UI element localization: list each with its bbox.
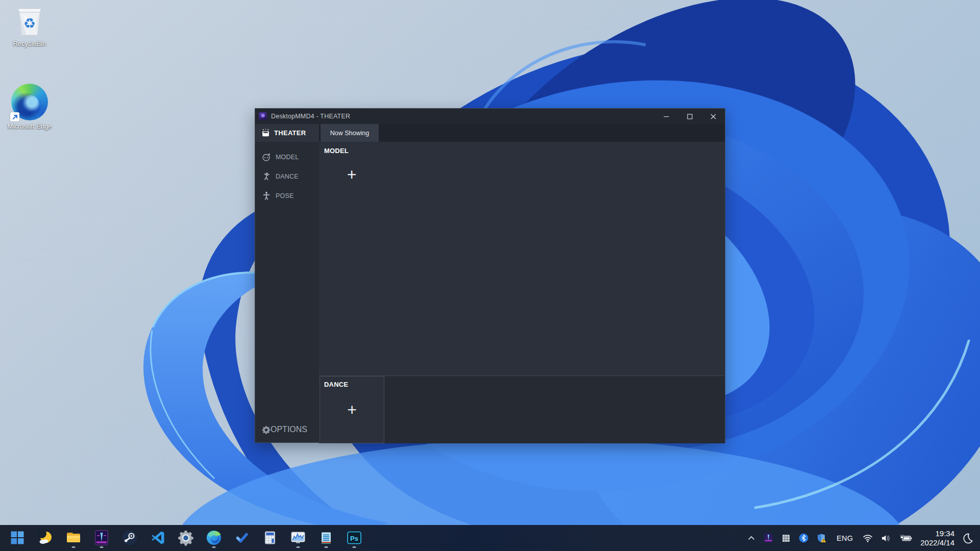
pose-icon bbox=[262, 191, 271, 201]
photoshop-button[interactable]: Ps bbox=[343, 527, 365, 549]
steam-button[interactable] bbox=[118, 527, 141, 549]
file-explorer-button[interactable] bbox=[62, 527, 85, 549]
taskbar-clock[interactable]: 19:34 2022/4/14 bbox=[919, 529, 955, 547]
add-dance-card[interactable]: + DANCE bbox=[320, 376, 384, 443]
dance-section-title: DANCE bbox=[324, 381, 348, 388]
edge-icon bbox=[11, 84, 48, 120]
clock-date: 2022/4/14 bbox=[920, 538, 954, 547]
maximize-icon bbox=[687, 114, 693, 119]
tray-security-shield-icon[interactable] bbox=[815, 532, 828, 545]
plus-icon: + bbox=[347, 166, 357, 183]
theater-icon bbox=[261, 129, 270, 137]
start-button[interactable] bbox=[6, 527, 29, 549]
speaker-icon bbox=[881, 534, 891, 543]
minimize-button[interactable] bbox=[654, 109, 678, 124]
app-icon bbox=[259, 112, 267, 120]
window-title: DesktopMMD4 - THEATER bbox=[271, 113, 350, 120]
tray-desktopmmd-icon[interactable] bbox=[762, 532, 775, 544]
bluetooth-icon bbox=[799, 533, 808, 543]
window-nav-row: THEATER Now Showing bbox=[255, 124, 725, 142]
calculator-button[interactable] bbox=[259, 527, 281, 549]
minimize-icon bbox=[664, 114, 669, 119]
running-indicator bbox=[325, 546, 328, 548]
photoshop-icon: Ps bbox=[346, 530, 362, 546]
vscode-icon bbox=[150, 530, 165, 545]
taskbar-apps: Ps bbox=[6, 527, 365, 549]
running-indicator bbox=[212, 546, 216, 548]
windows-start-icon bbox=[10, 530, 25, 545]
check-icon bbox=[234, 530, 250, 545]
battery-charging-icon bbox=[899, 534, 913, 543]
task-manager-button[interactable] bbox=[287, 527, 309, 549]
performance-graph-icon bbox=[290, 530, 306, 546]
nav-theater-label: THEATER bbox=[274, 129, 306, 137]
notepad-icon bbox=[318, 530, 334, 546]
grid-app-icon bbox=[781, 534, 791, 543]
todo-check-button[interactable] bbox=[231, 527, 253, 549]
tray-grid-app-icon[interactable] bbox=[780, 532, 792, 544]
dance-section-strip: + DANCE bbox=[319, 375, 725, 443]
sidebar-options-label: OPTIONS bbox=[271, 425, 307, 434]
desktop-icon-label: Microsoft Edge bbox=[8, 122, 52, 130]
dance-icon bbox=[262, 172, 271, 181]
desktop-icon-recycle-bin[interactable]: ♻ RecycleBin bbox=[4, 4, 55, 47]
window-main-area: MODEL + + DANCE bbox=[319, 142, 725, 442]
window-sidebar: MODEL DANCE POSE bbox=[255, 142, 319, 442]
desktopmmd-tray-icon bbox=[764, 533, 773, 543]
sidebar-item-model[interactable]: MODEL bbox=[255, 147, 319, 167]
desktop-icon-label: RecycleBin bbox=[13, 40, 46, 47]
recycle-bin-icon: ♻ bbox=[14, 4, 45, 38]
edge-icon bbox=[206, 530, 222, 546]
running-indicator bbox=[297, 546, 300, 548]
desktopmmd4-icon bbox=[93, 530, 110, 546]
window-titlebar[interactable]: DesktopMMD4 - THEATER bbox=[255, 109, 725, 124]
close-button[interactable] bbox=[701, 109, 725, 124]
notepad-button[interactable] bbox=[315, 527, 337, 549]
shield-warning-icon bbox=[817, 533, 827, 543]
model-icon bbox=[262, 153, 271, 162]
settings-gear-icon bbox=[178, 530, 194, 546]
desktopmmd4-window: DesktopMMD4 - THEATER bbox=[255, 108, 725, 443]
language-indicator[interactable]: ENG bbox=[834, 532, 856, 544]
add-model-button[interactable]: + bbox=[320, 143, 384, 206]
sidebar-item-dance[interactable]: DANCE bbox=[255, 167, 319, 186]
tray-bluetooth-icon[interactable] bbox=[797, 532, 810, 544]
tab-bar: Now Showing bbox=[319, 124, 725, 142]
sidebar-item-options[interactable]: OPTIONS bbox=[255, 420, 319, 439]
running-indicator bbox=[100, 546, 104, 548]
close-icon bbox=[710, 114, 716, 119]
calculator-icon bbox=[262, 530, 278, 545]
steam-icon bbox=[121, 530, 138, 546]
hidden-icons-chevron[interactable] bbox=[746, 533, 757, 544]
wifi-icon bbox=[863, 534, 873, 543]
edge-button[interactable] bbox=[203, 527, 225, 549]
weather-moon-icon bbox=[37, 530, 54, 546]
sidebar-item-label: POSE bbox=[276, 192, 294, 199]
system-tray: ENG bbox=[746, 525, 980, 551]
night-mode-tray-icon[interactable] bbox=[961, 531, 975, 545]
running-indicator bbox=[72, 546, 76, 548]
chevron-up-icon bbox=[747, 534, 755, 542]
sidebar-item-pose[interactable]: POSE bbox=[255, 186, 319, 206]
running-indicator bbox=[353, 546, 356, 548]
vscode-button[interactable] bbox=[146, 527, 169, 549]
nav-theater-selected[interactable]: THEATER bbox=[255, 124, 319, 142]
gear-icon bbox=[262, 425, 271, 434]
clock-time: 19:34 bbox=[920, 529, 954, 538]
file-explorer-icon bbox=[65, 530, 82, 546]
volume-indicator[interactable] bbox=[879, 532, 893, 544]
sidebar-item-label: DANCE bbox=[276, 173, 299, 180]
widgets-weather-button[interactable] bbox=[34, 527, 57, 549]
desktop: ♻ RecycleBin Microsoft Edge DesktopMMD4 … bbox=[0, 0, 980, 551]
shortcut-arrow-icon bbox=[10, 112, 19, 121]
settings-button[interactable] bbox=[175, 527, 197, 549]
wifi-indicator[interactable] bbox=[861, 532, 874, 544]
plus-icon: + bbox=[347, 402, 357, 418]
tab-now-showing[interactable]: Now Showing bbox=[321, 124, 379, 142]
maximize-button[interactable] bbox=[678, 109, 701, 124]
svg-text:♻: ♻ bbox=[23, 15, 36, 31]
battery-indicator[interactable] bbox=[898, 532, 914, 544]
desktop-icon-microsoft-edge[interactable]: Microsoft Edge bbox=[4, 84, 55, 130]
svg-text:Ps: Ps bbox=[350, 535, 358, 542]
desktopmmd4-button[interactable] bbox=[90, 527, 113, 549]
